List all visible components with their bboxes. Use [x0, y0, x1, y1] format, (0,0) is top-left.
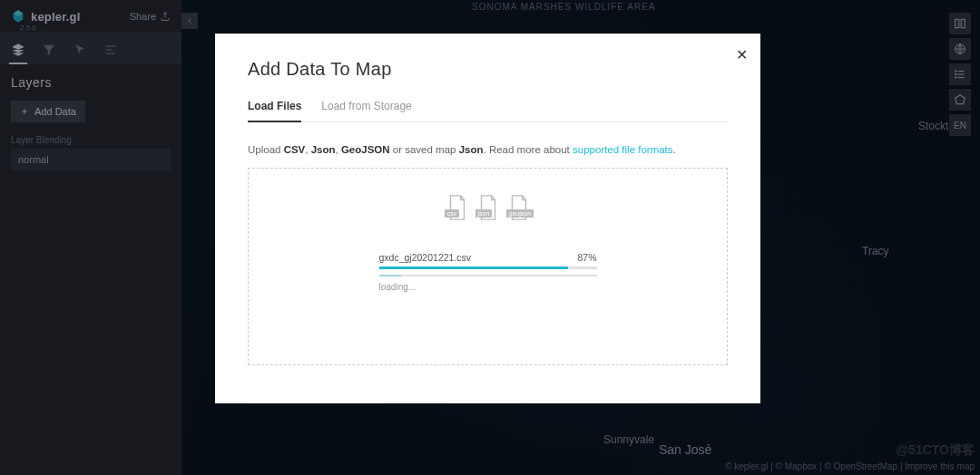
- upload-progress: gxdc_gj20201221.csv 87% loading...: [379, 252, 597, 292]
- close-button[interactable]: ✕: [736, 46, 748, 63]
- upload-filename: gxdc_gj20201221.csv: [379, 252, 472, 263]
- add-data-modal: ✕ Add Data To Map Load Files Load from S…: [215, 34, 760, 403]
- file-icon-geojson: geojson: [508, 194, 530, 221]
- modal-tabs: Load Files Load from Storage: [248, 100, 728, 122]
- upload-percent: 87%: [577, 252, 596, 263]
- progress-bar: [379, 267, 597, 269]
- supported-formats-link[interactable]: supported file formats: [573, 144, 673, 155]
- file-type-icons: csv json geojson: [249, 194, 727, 221]
- progress-fill: [379, 267, 569, 269]
- file-icon-csv: csv: [446, 194, 468, 221]
- upload-status: loading...: [379, 282, 597, 292]
- file-icon-json: json: [477, 194, 499, 221]
- tab-load-storage[interactable]: Load from Storage: [321, 100, 411, 121]
- tab-load-files[interactable]: Load Files: [248, 100, 301, 121]
- file-dropzone[interactable]: csv json geojson gxdc_gj20201221.csv 87%: [248, 168, 728, 365]
- helper-text: Upload CSV, Json, GeoJSON or saved map J…: [248, 144, 728, 155]
- modal-title: Add Data To Map: [248, 59, 728, 80]
- progress-fill-secondary: [379, 275, 401, 276]
- progress-bar-secondary: [379, 275, 597, 276]
